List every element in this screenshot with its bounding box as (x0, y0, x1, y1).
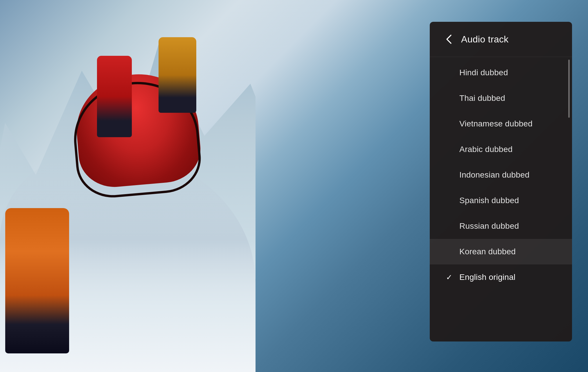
track-label-vietnamese-dubbed: Vietnamese dubbed (459, 119, 533, 128)
track-list[interactable]: ✓Hindi dubbed✓Thai dubbed✓Vietnamese dub… (430, 57, 572, 341)
track-item-vietnamese-dubbed[interactable]: ✓Vietnamese dubbed (430, 111, 572, 137)
track-item-hindi-dubbed[interactable]: ✓Hindi dubbed (430, 60, 572, 85)
track-label-russian-dubbed: Russian dubbed (459, 221, 519, 231)
track-item-russian-dubbed[interactable]: ✓Russian dubbed (430, 213, 572, 239)
track-item-spanish-dubbed[interactable]: ✓Spanish dubbed (430, 188, 572, 213)
track-label-spanish-dubbed: Spanish dubbed (459, 196, 519, 205)
person-orange-jacket (5, 208, 69, 353)
track-label-korean-dubbed: Korean dubbed (459, 247, 516, 256)
track-item-english-original[interactable]: ✓English original (430, 264, 572, 290)
person-red-jacket (97, 56, 132, 137)
panel-header: Audio track (430, 22, 572, 57)
scrollbar-thumb[interactable] (568, 60, 570, 118)
track-item-korean-dubbed[interactable]: ✓Korean dubbed (430, 239, 572, 264)
back-button[interactable] (443, 33, 455, 46)
track-label-thai-dubbed: Thai dubbed (459, 94, 505, 103)
panel-title: Audio track (461, 34, 508, 45)
track-label-indonesian-dubbed: Indonesian dubbed (459, 170, 530, 180)
check-icon: ✓ (446, 273, 456, 282)
audio-track-panel: Audio track ✓Hindi dubbed✓Thai dubbed✓Vi… (430, 22, 572, 341)
person-yellow-jacket (159, 37, 196, 113)
scene-layer (0, 0, 256, 372)
track-item-arabic-dubbed[interactable]: ✓Arabic dubbed (430, 137, 572, 162)
track-item-indonesian-dubbed[interactable]: ✓Indonesian dubbed (430, 162, 572, 188)
track-label-english-original: English original (459, 273, 515, 282)
track-label-hindi-dubbed: Hindi dubbed (459, 68, 508, 77)
track-item-thai-dubbed[interactable]: ✓Thai dubbed (430, 85, 572, 111)
track-label-arabic-dubbed: Arabic dubbed (459, 145, 513, 154)
